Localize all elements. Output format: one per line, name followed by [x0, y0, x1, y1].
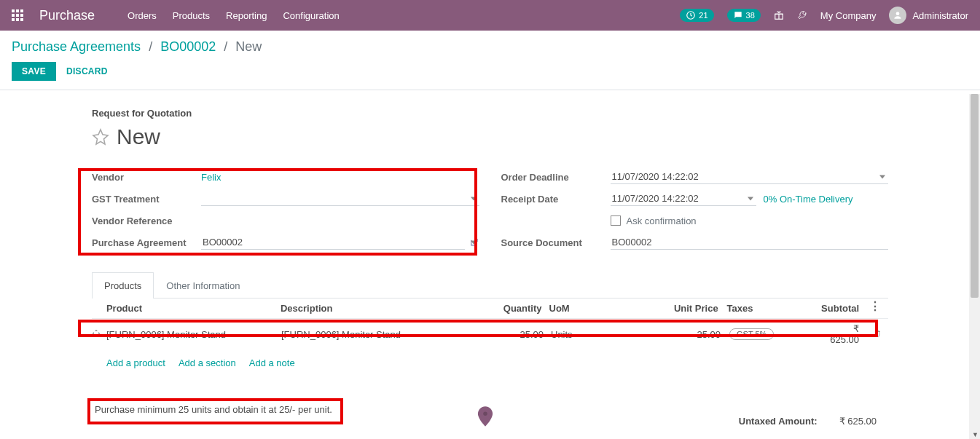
receipt-label: Receipt Date	[501, 194, 611, 205]
cell-quantity[interactable]: 25.00	[478, 329, 551, 340]
cell-taxes[interactable]: GST 5%	[729, 328, 824, 340]
page-title: New	[117, 124, 160, 149]
add-links: Add a product Add a section Add a note	[92, 350, 888, 376]
cell-unit-price[interactable]: 25.00	[616, 329, 729, 340]
deadline-input[interactable]	[611, 170, 889, 184]
ontime-link[interactable]: 0% On-Time Delivery	[764, 194, 853, 205]
menu-orders[interactable]: Orders	[128, 10, 157, 21]
vendor-value[interactable]: Felix	[201, 172, 221, 183]
untaxed-label: Untaxed Amount:	[739, 416, 818, 427]
company-switcher[interactable]: My Company	[820, 10, 877, 21]
delete-row-icon[interactable]	[874, 329, 888, 340]
right-column: Order Deadline Receipt Date 0% On-Time D…	[501, 167, 889, 254]
form-sheet: Request for Quotation New Vendor Felix G…	[70, 90, 910, 376]
vendor-ref-input[interactable]	[201, 214, 479, 228]
vertical-scrollbar[interactable]: ▲ ▼	[969, 94, 980, 439]
activity-count: 21	[699, 11, 707, 20]
untaxed-value: ₹ 625.00	[839, 416, 877, 427]
menu-configuration[interactable]: Configuration	[283, 10, 339, 21]
drag-handle-icon[interactable]	[92, 329, 106, 340]
order-lines-table: Product Description Quantity UoM Unit Pr…	[92, 298, 888, 376]
ask-confirmation-checkbox[interactable]	[611, 215, 621, 226]
topbar-right: 21 38 My Company Administrator	[680, 7, 968, 24]
discard-button[interactable]: DISCARD	[66, 66, 108, 76]
activity-badge[interactable]: 21	[680, 9, 713, 22]
wrench-icon[interactable]	[797, 10, 807, 20]
source-input[interactable]	[611, 235, 889, 250]
svg-point-2	[896, 12, 900, 15]
clock-icon	[686, 10, 696, 20]
left-column: Vendor Felix GST Treatment Vendor Refere…	[92, 167, 479, 254]
top-navbar: Purchase Orders Products Reporting Confi…	[0, 0, 980, 31]
agreement-input[interactable]	[201, 235, 465, 250]
breadcrumb-current: New	[235, 39, 262, 54]
menu-products[interactable]: Products	[173, 10, 210, 21]
messages-badge[interactable]: 38	[727, 9, 761, 22]
tab-products[interactable]: Products	[92, 272, 154, 298]
deadline-label: Order Deadline	[501, 172, 611, 183]
scroll-down-icon[interactable]: ▼	[972, 431, 979, 438]
user-menu[interactable]: Administrator	[889, 7, 968, 24]
tax-pill: GST 5%	[729, 328, 774, 340]
vendor-label: Vendor	[92, 172, 201, 183]
save-button[interactable]: SAVE	[12, 62, 56, 81]
apps-icon[interactable]	[12, 9, 23, 21]
app-brand[interactable]: Purchase	[39, 8, 95, 23]
chat-icon	[733, 10, 743, 20]
th-unit-price: Unit Price	[614, 303, 726, 314]
agreement-label: Purchase Agreement	[92, 237, 201, 248]
add-product-link[interactable]: Add a product	[106, 357, 165, 368]
th-quantity: Quantity	[477, 303, 549, 314]
cell-subtotal: ₹ 625.00	[824, 323, 874, 345]
add-note-link[interactable]: Add a note	[249, 357, 295, 368]
source-label: Source Document	[501, 237, 611, 248]
avatar	[889, 7, 906, 24]
table-options-icon[interactable]: ⋮	[869, 303, 880, 310]
menu-reporting[interactable]: Reporting	[226, 10, 267, 21]
gift-icon[interactable]	[774, 10, 784, 20]
breadcrumb-sep: /	[149, 39, 152, 54]
gst-label: GST Treatment	[92, 194, 201, 205]
content: Request for Quotation New Vendor Felix G…	[0, 90, 980, 376]
cell-product[interactable]: [FURN_0006] Monitor Stand	[106, 329, 281, 340]
subheader: Purchase Agreements / BO00002 / New SAVE…	[0, 31, 980, 84]
user-name: Administrator	[912, 10, 968, 21]
table-row[interactable]: [FURN_0006] Monitor Stand [FURN_0006] Mo…	[92, 319, 888, 350]
gst-input[interactable]	[201, 191, 479, 206]
tab-other-info[interactable]: Other Information	[154, 272, 252, 298]
main-menu: Orders Products Reporting Configuration	[128, 10, 340, 21]
map-pin-icon	[477, 406, 493, 427]
breadcrumb: Purchase Agreements / BO00002 / New	[12, 39, 968, 55]
breadcrumb-parent[interactable]: BO00002	[160, 39, 216, 54]
receipt-input[interactable]	[611, 191, 756, 206]
favorite-star-icon[interactable]	[92, 128, 109, 146]
add-section-link[interactable]: Add a section	[179, 357, 236, 368]
cell-description[interactable]: [FURN_0006] Monitor Stand	[281, 329, 478, 340]
vendor-ref-label: Vendor Reference	[92, 215, 201, 226]
section-title: Request for Quotation	[92, 108, 888, 119]
th-subtotal: Subtotal	[821, 303, 874, 314]
svg-point-3	[483, 412, 487, 416]
th-description: Description	[281, 303, 477, 314]
messages-count: 38	[746, 11, 755, 20]
tabs: Products Other Information	[92, 272, 888, 298]
external-link-icon[interactable]	[469, 237, 479, 248]
th-taxes: Taxes	[727, 303, 821, 314]
th-product: Product	[106, 303, 281, 314]
breadcrumb-sep: /	[224, 39, 227, 54]
ask-confirmation-label: Ask confirmation	[627, 215, 697, 226]
annotation-note: Purchase minimum 25 units and obtain it …	[95, 404, 332, 415]
table-header: Product Description Quantity UoM Unit Pr…	[92, 298, 888, 319]
breadcrumb-root[interactable]: Purchase Agreements	[12, 39, 141, 54]
totals: Untaxed Amount: ₹ 625.00	[739, 416, 877, 427]
scroll-thumb[interactable]	[971, 94, 979, 298]
th-uom: UoM	[549, 303, 615, 314]
cell-uom[interactable]: Units	[551, 329, 616, 340]
